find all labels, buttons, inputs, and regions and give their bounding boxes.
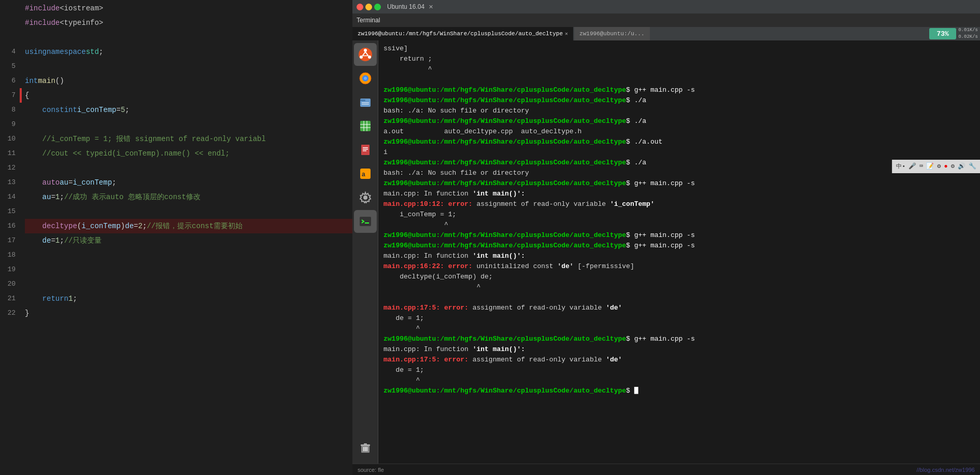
term-tab-inactive[interactable]: zw1996@ubuntu:/u... [574,27,649,40]
code-line: decltype(i_conTemp) de = 2;//报错，提示const需… [25,219,352,233]
svg-point-2 [368,55,371,59]
network-stats: 0.01K/s 0.02K/s [958,27,978,40]
term-line [384,292,975,303]
code-line: #include <iostream> [25,1,352,16]
maximize-btn[interactable] [374,4,381,10]
code-line [25,277,352,291]
term-line: ^ [384,324,975,334]
svg-rect-19 [361,145,370,155]
svg-rect-26 [360,217,371,226]
minimize-btn[interactable] [365,4,372,10]
svg-point-1 [364,49,367,52]
term-line: de = 1; [384,313,975,324]
code-line: au = 1;//成功 表示auto 忽略顶层的const修改 [25,190,352,204]
code-line [25,30,352,45]
code-line: //i_conTemp = 1; 报错 ssignment of read-on… [25,132,352,146]
term-line: de = 1; [384,365,975,375]
code-line [25,59,352,74]
sidebar-icon-amazon[interactable]: a [354,162,377,185]
line-numbers: 4 5 6 7 8 9 10 11 12 13 14 15 16 17 18 1… [0,0,20,475]
term-line: zw1996@ubuntu:/mnt/hgfs/WinShare/cpluspl… [384,386,975,396]
svg-rect-30 [364,443,367,445]
sidebar-icon-files[interactable] [354,91,377,114]
svg-text:a: a [362,171,365,178]
svg-point-3 [360,55,363,59]
status-text: source: fle [358,467,384,473]
term-line: ^ [384,220,975,230]
code-editor: 4 5 6 7 8 9 10 11 12 13 14 15 16 17 18 1… [0,0,352,475]
chinese-toolbar: 中• 🎤 ⌨ 📝 ⚙ ● ⚙ 🔊 🔧 [892,160,980,173]
term-line: zw1996@ubuntu:/mnt/hgfs/WinShare/cpluspl… [384,85,975,95]
close-btn[interactable] [357,4,363,10]
code-line: int main() [25,74,352,88]
code-content: #include <iostream> #include <typeinfo> … [20,0,352,475]
blog-link: //blog.csdn.net/zw1996 [916,467,975,473]
term-line: bash: ./a: No such file or directory [384,106,975,116]
code-line [25,161,352,175]
terminal-label: Terminal [357,17,380,24]
svg-rect-22 [363,150,366,151]
term-tab-active[interactable]: zw1996@ubuntu:/mnt/hgfs/WinShare/cpluspl… [352,27,573,40]
sidebar-icon-trash[interactable] [354,437,377,459]
code-line [25,117,352,132]
term-line: zw1996@ubuntu:/mnt/hgfs/WinShare/cpluspl… [384,137,975,147]
window-chrome: Ubuntu 16.04 ✕ Terminal [352,0,980,27]
term-line: bash: ./a: No such file or directory [384,168,975,178]
term-line: main.cpp:17:5: error: assignment of read… [384,303,975,313]
terminal-content: 中• 🎤 ⌨ 📝 ⚙ ● ⚙ 🔊 🔧 ssive] return ; ^ zw1… [378,40,980,464]
sidebar-icon-settings[interactable] [354,186,377,209]
term-line: main.cpp: In function 'int main()': [384,344,975,355]
svg-rect-13 [362,104,369,105]
term-line: decltype(i_conTemp) de; [384,272,975,282]
window-title: Ubuntu 16.04 [387,3,424,10]
sidebar-icon-document[interactable] [354,138,377,161]
term-line: i_conTemp = 1; [384,209,975,220]
sidebar-icon-terminal[interactable] [354,210,377,233]
code-line: auto au = i_conTemp; [25,175,352,190]
term-line: main.cpp: In function 'int main()': [384,251,975,261]
term-line: main.cpp:10:12: error: assignment of rea… [384,199,975,209]
code-line: return 1; [25,291,352,306]
sidebar-icon-browser[interactable] [354,67,377,90]
code-line [25,204,352,219]
code-line: de = 1;//只读变量 [25,233,352,248]
svg-rect-20 [363,147,368,148]
terminal-tabs: zw1996@ubuntu:/mnt/hgfs/WinShare/cpluspl… [352,27,980,40]
term-line: main.cpp: In function 'int main()': [384,189,975,199]
term-line: zw1996@ubuntu:/mnt/hgfs/WinShare/cpluspl… [384,158,975,168]
sidebar-icon-ubuntu[interactable] [354,43,377,66]
term-line: a.out auto_decltype.cpp auto_decltype.h [384,127,975,137]
svg-rect-11 [360,100,365,101]
term-line: zw1996@ubuntu:/mnt/hgfs/WinShare/cpluspl… [384,230,975,241]
sidebar-icon-spreadsheet[interactable] [354,115,377,137]
term-line: i [384,147,975,158]
term-line: ^ [384,64,975,75]
code-line: using namespace std; [25,45,352,59]
error-marker [20,88,22,103]
term-line: zw1996@ubuntu:/mnt/hgfs/WinShare/cpluspl… [384,116,975,127]
code-line: { [25,88,352,103]
term-line: zw1996@ubuntu:/mnt/hgfs/WinShare/cpluspl… [384,334,975,344]
code-line: const int i_conTemp = 5; [25,103,352,117]
term-line: ssive] [384,44,975,54]
status-bar: source: fle //blog.csdn.net/zw1996 [352,464,980,475]
code-line [25,262,352,277]
svg-rect-12 [362,102,369,103]
svg-point-9 [364,77,367,80]
tab-close-btn[interactable]: ✕ [565,31,568,37]
term-line: return ; [384,54,975,64]
term-line: zw1996@ubuntu:/mnt/hgfs/WinShare/cpluspl… [384,178,975,189]
close-window-x[interactable]: ✕ [429,4,433,10]
code-line [25,248,352,262]
term-line: ^ [384,282,975,292]
code-line: } [25,306,352,320]
term-line: main.cpp:17:5: error: assignment of read… [384,355,975,365]
term-line: zw1996@ubuntu:/mnt/hgfs/WinShare/cpluspl… [384,241,975,251]
term-line: ^ [384,375,975,386]
svg-rect-21 [363,149,368,150]
svg-rect-14 [360,121,371,131]
term-line: zw1996@ubuntu:/mnt/hgfs/WinShare/cpluspl… [384,95,975,106]
code-line: //cout << typeid(i_conTemp).name() << en… [25,146,352,161]
network-percent: 73% [936,30,948,38]
sidebar: a [352,40,378,464]
